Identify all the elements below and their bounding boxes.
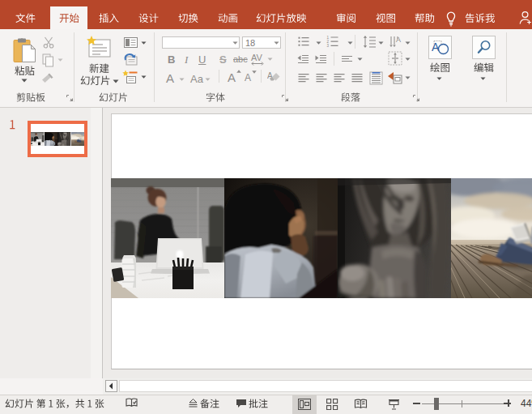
svg-text:3: 3 (326, 44, 329, 48)
svg-text:A: A (396, 36, 401, 44)
